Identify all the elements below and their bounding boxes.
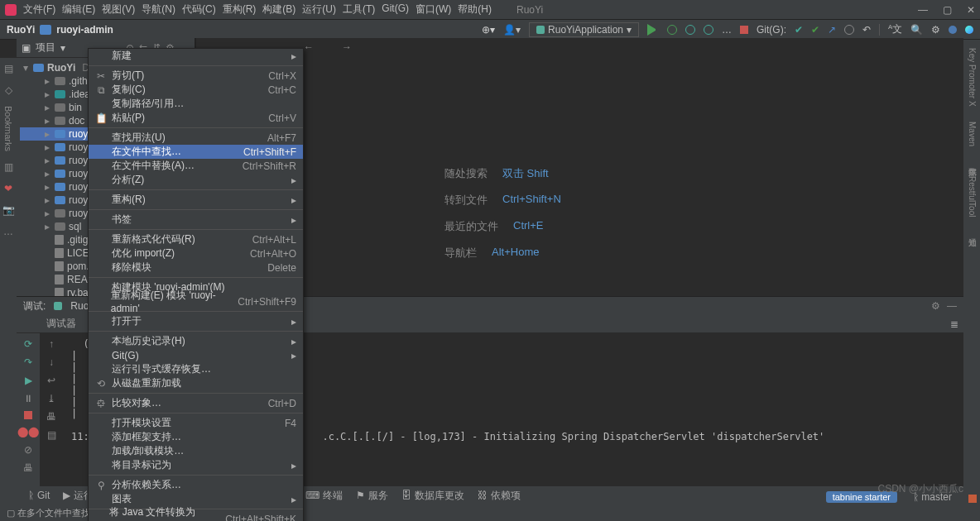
nav-back-icon[interactable]: ← (304, 41, 314, 53)
history-icon[interactable] (844, 25, 854, 35)
ctx-item[interactable]: 📋粘贴(P)Ctrl+V (89, 111, 303, 125)
menu-item[interactable]: 工具(T) (343, 2, 375, 17)
view-bp-icon[interactable]: ⬤⬤ (17, 426, 39, 437)
ctx-item[interactable]: 复制路径/引用… (89, 97, 303, 111)
more-strip-icon[interactable]: … (3, 226, 13, 237)
menu-item[interactable]: 构建(B) (262, 2, 295, 17)
vcs-label[interactable]: Git(G): (757, 24, 786, 36)
debugger-tab[interactable]: 调试器 (41, 315, 81, 332)
ctx-item[interactable]: 打开模块设置F4 (89, 416, 303, 430)
ctx-item[interactable]: 运行引导式缓存恢复… (89, 362, 303, 376)
ctx-item[interactable]: 查找用法(U)Alt+F7 (89, 131, 303, 145)
add-config-icon[interactable]: ⊕▾ (482, 24, 495, 36)
menu-item[interactable]: 帮助(H) (458, 2, 492, 17)
soft-wrap-icon[interactable]: ↩ (47, 375, 55, 386)
up-icon[interactable]: ↑ (49, 338, 54, 350)
menu-item[interactable]: 视图(V) (102, 2, 135, 17)
menu-item[interactable]: 文件(F) (23, 2, 55, 17)
vcs-update-icon[interactable]: ✔ (795, 24, 803, 36)
context-menu[interactable]: 新建▸✂剪切(T)Ctrl+X⧉复制(C)Ctrl+C复制路径/引用…📋粘贴(P… (88, 48, 304, 521)
vcs-push-icon[interactable]: ↗ (828, 24, 836, 36)
stop-icon[interactable] (740, 26, 748, 34)
error-indicator-icon[interactable] (968, 495, 977, 503)
debug-hide-icon[interactable]: — (947, 300, 957, 312)
ctx-item[interactable]: 在文件中查找…Ctrl+Shift+F (89, 145, 303, 159)
menu-item[interactable]: Git(G) (382, 2, 409, 17)
ctx-item[interactable]: 添加框架支持… (89, 430, 303, 444)
menu-item[interactable]: 窗口(W) (416, 2, 451, 17)
ctx-item[interactable]: ⚲分析依赖关系… (89, 478, 303, 492)
maximize-icon[interactable]: ▢ (943, 4, 952, 16)
resume-icon[interactable]: ▶ (25, 375, 32, 386)
toolwindow-button[interactable]: ⌨终端 (305, 489, 343, 503)
rollback-icon[interactable]: ↶ (862, 24, 871, 36)
ctx-item[interactable]: 图表▸ (89, 492, 303, 506)
nav-fwd-icon[interactable]: → (342, 41, 352, 53)
pause-icon[interactable]: ⏸ (23, 393, 33, 404)
right-strip-item[interactable]: Maven (968, 122, 977, 146)
toolwindow-button[interactable]: 🗄数据库更改 (401, 489, 464, 503)
down-icon[interactable]: ↓ (49, 356, 54, 368)
ctx-item[interactable]: 优化 import(Z)Ctrl+Alt+O (89, 246, 303, 260)
ctx-item[interactable]: 新建▸ (89, 49, 303, 63)
close-icon[interactable]: ✕ (967, 4, 975, 16)
project-strip-icon[interactable]: ▤ (4, 63, 13, 74)
ctx-item[interactable]: 书签▸ (89, 213, 303, 227)
run-config-selector[interactable]: RuoYiApplication ▾ (529, 22, 639, 37)
ai-dot-icon[interactable] (965, 26, 973, 34)
toolwindow-button[interactable]: ⚑服务 (356, 489, 388, 503)
ctx-item[interactable]: 移除模块Delete (89, 260, 303, 275)
right-strip-item[interactable]: Key Promoter X (968, 48, 977, 107)
ctx-item[interactable]: 将 Java 文件转换为 Kotlin 文件Ctrl+Alt+Shift+K (89, 512, 303, 521)
toolwindow-button[interactable]: ⛓依赖项 (478, 489, 521, 503)
step-return-icon[interactable]: ↷ (24, 356, 32, 368)
bookmarks-strip[interactable]: Bookmarks (3, 106, 13, 151)
menu-item[interactable]: 编辑(E) (62, 2, 95, 17)
breadcrumb-root[interactable]: RuoYi (7, 24, 35, 36)
debug-icon[interactable] (667, 25, 677, 35)
ctx-item[interactable]: 在文件中替换(A)…Ctrl+Shift+R (89, 159, 303, 173)
debug-settings-icon[interactable]: ⚙ (931, 300, 940, 312)
user-icon[interactable]: 👤▾ (503, 24, 521, 36)
breadcrumb-module[interactable]: ruoyi-admin (56, 24, 113, 36)
project-panel-title[interactable]: 项目 (36, 41, 55, 55)
favorites-strip-icon[interactable]: ❤ (4, 183, 12, 194)
main-menu[interactable]: 文件(F)编辑(E)视图(V)导航(N)代码(C)重构(R)构建(B)运行(U)… (23, 2, 492, 17)
ctx-item[interactable]: 将目录标记为▸ (89, 458, 303, 472)
clear-icon[interactable]: 🖶 (46, 411, 56, 423)
ctx-item[interactable]: 本地历史记录(H)▸ (89, 334, 303, 348)
menu-item[interactable]: 代码(C) (182, 2, 216, 17)
scroll-end-icon[interactable]: ⤓ (47, 393, 55, 404)
structure-strip-icon[interactable]: ▥ (4, 161, 13, 173)
actions-icon[interactable]: … (722, 24, 732, 36)
settings-icon[interactable]: ⚙ (931, 24, 940, 36)
ctx-item[interactable]: 重新构建(E) 模块 'ruoyi-admin'Ctrl+Shift+F9 (89, 294, 303, 308)
ctx-item[interactable]: ✂剪切(T)Ctrl+X (89, 69, 303, 83)
run-icon[interactable] (647, 24, 659, 36)
split-icon[interactable]: ▤ (47, 429, 56, 441)
rerun-icon[interactable]: ⟳ (24, 338, 32, 350)
commit-strip-icon[interactable]: ◇ (5, 84, 12, 96)
ctx-item[interactable]: 打开于▸ (89, 314, 303, 328)
dbg-stop-icon[interactable] (24, 411, 32, 419)
vcs-commit-icon[interactable]: ✔ (811, 24, 819, 36)
right-strip-item[interactable]: RestfulTool (968, 176, 977, 217)
ctx-item[interactable]: ⯐比较对象…Ctrl+D (89, 396, 303, 410)
print-icon[interactable]: 🖶 (23, 462, 33, 474)
minimize-icon[interactable]: — (918, 4, 928, 16)
toolwindow-button[interactable]: ᚱGit (28, 490, 50, 501)
menu-item[interactable]: 重构(R) (223, 2, 257, 17)
mute-bp-icon[interactable]: ⊘ (24, 444, 32, 456)
menu-item[interactable]: 运行(U) (302, 2, 336, 17)
ctx-item[interactable]: ⟲从磁盘重新加载 (89, 376, 303, 390)
ctx-item[interactable]: ⧉复制(C)Ctrl+C (89, 83, 303, 97)
ctx-item[interactable]: 分析(Z)▸ (89, 173, 303, 187)
profile-icon[interactable] (704, 25, 713, 35)
ctx-item[interactable]: 重构(R)▸ (89, 193, 303, 207)
search-everywhere-icon[interactable]: 🔍 (910, 24, 923, 36)
layout-icon[interactable]: ≣ (950, 318, 958, 330)
toolwindow-quick-icon[interactable]: ▢ (7, 508, 15, 519)
ctx-item[interactable]: 重新格式化代码(R)Ctrl+Alt+L (89, 232, 303, 246)
camera-strip-icon[interactable]: 📷 (2, 204, 15, 216)
tabnine-dot-icon[interactable] (949, 26, 957, 34)
